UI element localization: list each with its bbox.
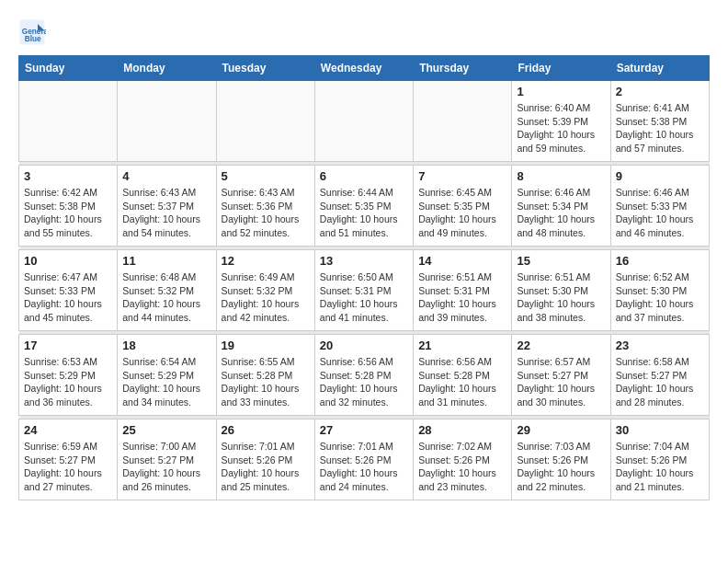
day-info: Sunrise: 6:56 AM Sunset: 5:28 PM Dayligh… [418,355,506,409]
day-info: Sunrise: 6:43 AM Sunset: 5:36 PM Dayligh… [222,186,310,240]
week-row-5: 24Sunrise: 6:59 AM Sunset: 5:27 PM Dayli… [19,419,710,500]
day-info: Sunrise: 6:58 AM Sunset: 5:27 PM Dayligh… [616,355,704,409]
day-number: 17 [24,339,112,352]
day-number: 26 [222,423,310,437]
calendar-cell: 19Sunrise: 6:55 AM Sunset: 5:28 PM Dayli… [216,335,314,416]
calendar-cell: 5Sunrise: 6:43 AM Sunset: 5:36 PM Daylig… [216,166,314,247]
week-row-2: 3Sunrise: 6:42 AM Sunset: 5:38 PM Daylig… [19,166,710,247]
calendar-cell: 25Sunrise: 7:00 AM Sunset: 5:27 PM Dayli… [118,419,216,500]
calendar-cell: 18Sunrise: 6:54 AM Sunset: 5:29 PM Dayli… [118,335,216,416]
calendar-cell: 9Sunrise: 6:46 AM Sunset: 5:33 PM Daylig… [610,166,709,247]
day-number: 24 [24,423,112,437]
calendar-cell: 3Sunrise: 6:42 AM Sunset: 5:38 PM Daylig… [19,166,118,247]
header-sunday: Sunday [19,56,118,81]
calendar-cell: 22Sunrise: 6:57 AM Sunset: 5:27 PM Dayli… [512,335,610,416]
day-number: 30 [616,423,704,437]
day-number: 21 [418,339,506,352]
day-number: 3 [24,169,112,183]
day-info: Sunrise: 7:00 AM Sunset: 5:27 PM Dayligh… [122,440,210,494]
day-number: 9 [616,169,704,183]
day-number: 11 [122,254,210,268]
day-info: Sunrise: 6:55 AM Sunset: 5:28 PM Dayligh… [222,355,310,409]
calendar-cell: 29Sunrise: 7:03 AM Sunset: 5:26 PM Dayli… [512,419,610,500]
calendar-cell: 15Sunrise: 6:51 AM Sunset: 5:30 PM Dayli… [512,250,610,331]
day-info: Sunrise: 6:44 AM Sunset: 5:35 PM Dayligh… [320,186,408,240]
header-saturday: Saturday [610,56,709,81]
day-number: 23 [616,339,704,352]
day-number: 28 [418,423,506,437]
week-row-1: 1Sunrise: 6:40 AM Sunset: 5:39 PM Daylig… [19,81,710,162]
calendar-cell: 2Sunrise: 6:41 AM Sunset: 5:38 PM Daylig… [610,81,709,162]
calendar-cell: 11Sunrise: 6:48 AM Sunset: 5:32 PM Dayli… [118,250,216,331]
calendar-cell: 12Sunrise: 6:49 AM Sunset: 5:32 PM Dayli… [216,250,314,331]
header-monday: Monday [118,56,216,81]
day-info: Sunrise: 6:57 AM Sunset: 5:27 PM Dayligh… [517,355,605,409]
day-info: Sunrise: 7:01 AM Sunset: 5:26 PM Dayligh… [320,440,408,494]
day-info: Sunrise: 6:50 AM Sunset: 5:31 PM Dayligh… [320,270,408,325]
day-number: 15 [517,254,605,268]
calendar-cell: 13Sunrise: 6:50 AM Sunset: 5:31 PM Dayli… [314,250,413,331]
week-row-4: 17Sunrise: 6:53 AM Sunset: 5:29 PM Dayli… [19,335,710,416]
day-info: Sunrise: 6:42 AM Sunset: 5:38 PM Dayligh… [24,186,112,240]
logo: General Blue [18,18,50,46]
calendar-cell: 8Sunrise: 6:46 AM Sunset: 5:34 PM Daylig… [512,166,610,247]
calendar-cell: 30Sunrise: 7:04 AM Sunset: 5:26 PM Dayli… [610,419,709,500]
day-info: Sunrise: 6:40 AM Sunset: 5:39 PM Dayligh… [517,101,605,155]
day-info: Sunrise: 7:04 AM Sunset: 5:26 PM Dayligh… [616,440,704,494]
svg-text:Blue: Blue [25,35,41,43]
day-info: Sunrise: 6:52 AM Sunset: 5:30 PM Dayligh… [616,270,704,325]
calendar-cell: 21Sunrise: 6:56 AM Sunset: 5:28 PM Dayli… [414,335,512,416]
calendar-cell [118,81,216,162]
day-info: Sunrise: 6:51 AM Sunset: 5:30 PM Dayligh… [517,270,605,325]
calendar-cell: 27Sunrise: 7:01 AM Sunset: 5:26 PM Dayli… [314,419,413,500]
day-info: Sunrise: 7:02 AM Sunset: 5:26 PM Dayligh… [418,440,506,494]
day-info: Sunrise: 6:56 AM Sunset: 5:28 PM Dayligh… [320,355,408,409]
day-number: 7 [418,169,506,183]
day-number: 20 [320,339,408,352]
calendar-cell: 7Sunrise: 6:45 AM Sunset: 5:35 PM Daylig… [414,166,512,247]
calendar-cell: 23Sunrise: 6:58 AM Sunset: 5:27 PM Dayli… [610,335,709,416]
header-wednesday: Wednesday [314,56,413,81]
calendar-cell [414,81,512,162]
day-info: Sunrise: 6:41 AM Sunset: 5:38 PM Dayligh… [616,101,704,155]
calendar-cell: 10Sunrise: 6:47 AM Sunset: 5:33 PM Dayli… [19,250,118,331]
day-number: 14 [418,254,506,268]
day-info: Sunrise: 6:45 AM Sunset: 5:35 PM Dayligh… [418,186,506,240]
calendar-cell: 26Sunrise: 7:01 AM Sunset: 5:26 PM Dayli… [216,419,314,500]
day-info: Sunrise: 6:53 AM Sunset: 5:29 PM Dayligh… [24,355,112,409]
day-number: 2 [616,85,704,98]
day-number: 18 [122,339,210,352]
day-number: 12 [222,254,310,268]
day-number: 4 [122,169,210,183]
day-info: Sunrise: 7:01 AM Sunset: 5:26 PM Dayligh… [222,440,310,494]
calendar-cell [314,81,413,162]
day-info: Sunrise: 6:54 AM Sunset: 5:29 PM Dayligh… [122,355,210,409]
day-number: 25 [122,423,210,437]
calendar-cell: 1Sunrise: 6:40 AM Sunset: 5:39 PM Daylig… [512,81,610,162]
calendar-cell [216,81,314,162]
day-number: 8 [517,169,605,183]
day-number: 16 [616,254,704,268]
calendar-header-row: SundayMondayTuesdayWednesdayThursdayFrid… [19,56,710,81]
calendar-cell: 16Sunrise: 6:52 AM Sunset: 5:30 PM Dayli… [610,250,709,331]
day-number: 29 [517,423,605,437]
day-number: 1 [517,85,605,98]
day-info: Sunrise: 7:03 AM Sunset: 5:26 PM Dayligh… [517,440,605,494]
day-number: 22 [517,339,605,352]
calendar-cell: 20Sunrise: 6:56 AM Sunset: 5:28 PM Dayli… [314,335,413,416]
day-info: Sunrise: 6:49 AM Sunset: 5:32 PM Dayligh… [222,270,310,325]
header-tuesday: Tuesday [216,56,314,81]
day-info: Sunrise: 6:59 AM Sunset: 5:27 PM Dayligh… [24,440,112,494]
day-number: 27 [320,423,408,437]
calendar-cell: 6Sunrise: 6:44 AM Sunset: 5:35 PM Daylig… [314,166,413,247]
calendar-cell: 4Sunrise: 6:43 AM Sunset: 5:37 PM Daylig… [118,166,216,247]
day-number: 6 [320,169,408,183]
calendar-cell: 24Sunrise: 6:59 AM Sunset: 5:27 PM Dayli… [19,419,118,500]
calendar-cell: 28Sunrise: 7:02 AM Sunset: 5:26 PM Dayli… [414,419,512,500]
header-friday: Friday [512,56,610,81]
day-number: 5 [222,169,310,183]
day-info: Sunrise: 6:47 AM Sunset: 5:33 PM Dayligh… [24,270,112,325]
day-info: Sunrise: 6:46 AM Sunset: 5:34 PM Dayligh… [517,186,605,240]
day-number: 13 [320,254,408,268]
day-info: Sunrise: 6:43 AM Sunset: 5:37 PM Dayligh… [122,186,210,240]
